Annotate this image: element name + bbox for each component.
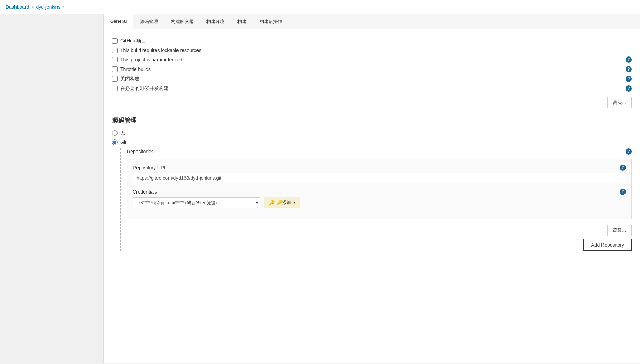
scm-heading: 源码管理: [112, 116, 632, 126]
checkbox-concurrent-label[interactable]: 在必要的时候并发构建: [120, 85, 623, 92]
add-credentials-button[interactable]: 🔑 🔑添加 ▾: [264, 197, 300, 208]
checkbox-row-disable: 关闭构建 ?: [112, 76, 632, 82]
breadcrumb-sep-2: ›: [63, 4, 64, 9]
repositories-panel: Repositories ? Repository URL ?: [120, 148, 632, 251]
checkbox-row-throttle: Throttle builds ?: [112, 66, 632, 72]
credentials-row: 78****76@qq.com/***** (码云Gitee凭据) 🔑 🔑添加 …: [133, 197, 626, 208]
form-content: GitHub 项目 This build requires lockable r…: [104, 29, 640, 257]
tab-build-env[interactable]: 构建环境: [200, 14, 231, 29]
repos-label: Repositories: [127, 149, 154, 154]
scm-section: 源码管理 无 Git Repositories ?: [112, 116, 632, 251]
checkbox-row-github: GitHub 项目: [112, 38, 632, 44]
breadcrumb: Dashboard › dyd-jenkins ›: [0, 0, 640, 14]
radio-git-label[interactable]: Git: [120, 139, 126, 145]
checkbox-disable[interactable]: [112, 76, 118, 82]
help-icon-credentials[interactable]: ?: [620, 189, 626, 195]
radio-none[interactable]: [112, 130, 118, 136]
checkbox-lockable[interactable]: [112, 48, 118, 53]
help-icon-repos[interactable]: ?: [626, 148, 632, 155]
radio-row-none: 无: [112, 130, 632, 136]
checkbox-lockable-label[interactable]: This build requires lockable resources: [120, 48, 632, 53]
radio-none-label[interactable]: 无: [120, 130, 125, 136]
breadcrumb-sep-1: ›: [32, 4, 33, 9]
repo-advanced-button[interactable]: 高级...: [607, 225, 632, 236]
help-icon-concurrent[interactable]: ?: [626, 85, 632, 92]
tab-general[interactable]: General: [104, 14, 133, 29]
main-content: General 源码管理 构建触发器 构建环境 构建 构建后操作 GitHub …: [103, 14, 640, 363]
checkbox-github-label[interactable]: GitHub 项目: [120, 38, 632, 44]
repo-url-field: Repository URL ?: [133, 165, 626, 183]
checkbox-row-lockable: This build requires lockable resources: [112, 48, 632, 53]
credentials-select[interactable]: 78****76@qq.com/***** (码云Gitee凭据): [133, 197, 260, 208]
help-icon-repo-url[interactable]: ?: [620, 165, 626, 171]
key-icon: 🔑: [269, 200, 275, 205]
credentials-field: Credentials ? 78****76@qq.com/***** (码云G…: [133, 189, 626, 208]
tab-scm[interactable]: 源码管理: [133, 14, 164, 29]
credentials-label-row: Credentials ?: [133, 189, 626, 195]
checkbox-github[interactable]: [112, 38, 118, 44]
tab-post-build[interactable]: 构建后操作: [253, 14, 288, 29]
radio-row-git: Git: [112, 139, 632, 145]
tab-build[interactable]: 构建: [231, 14, 253, 29]
repo-url-input[interactable]: [133, 173, 626, 183]
checkbox-row-parameterized: This project is parameterized ?: [112, 56, 632, 63]
checkbox-row-concurrent: 在必要的时候并发构建 ?: [112, 85, 632, 92]
help-icon-parameterized[interactable]: ?: [626, 56, 632, 63]
bottom-buttons: 高级... Add Repository: [127, 225, 632, 251]
radio-git[interactable]: [112, 139, 118, 145]
breadcrumb-dashboard[interactable]: Dashboard: [6, 4, 29, 10]
repo-url-label-row: Repository URL ?: [133, 165, 626, 171]
tab-build-triggers[interactable]: 构建触发器: [164, 14, 200, 29]
repo-url-label: Repository URL: [133, 165, 167, 170]
checkbox-throttle[interactable]: [112, 66, 118, 72]
add-cred-label: 🔑添加: [277, 199, 291, 206]
tab-bar: General 源码管理 构建触发器 构建环境 构建 构建后操作: [104, 14, 640, 29]
add-repository-button[interactable]: Add Repository: [583, 239, 632, 251]
checkbox-concurrent[interactable]: [112, 86, 118, 91]
advanced-button[interactable]: 高级...: [607, 97, 632, 108]
repo-box: Repository URL ? Credentials ?: [127, 159, 632, 219]
repos-header: Repositories ?: [127, 148, 632, 155]
add-cred-dropdown-arrow: ▾: [293, 201, 295, 205]
help-icon-disable[interactable]: ?: [626, 76, 632, 82]
advanced-row: 高级...: [112, 97, 632, 108]
checkbox-parameterized[interactable]: [112, 57, 118, 62]
credentials-label: Credentials: [133, 189, 157, 195]
checkbox-parameterized-label[interactable]: This project is parameterized: [120, 57, 623, 62]
breadcrumb-project[interactable]: dyd-jenkins: [36, 4, 61, 10]
checkbox-disable-label[interactable]: 关闭构建: [120, 76, 623, 82]
checkbox-throttle-label[interactable]: Throttle builds: [120, 66, 623, 72]
sidebar: [0, 14, 103, 363]
help-icon-throttle[interactable]: ?: [626, 66, 632, 72]
